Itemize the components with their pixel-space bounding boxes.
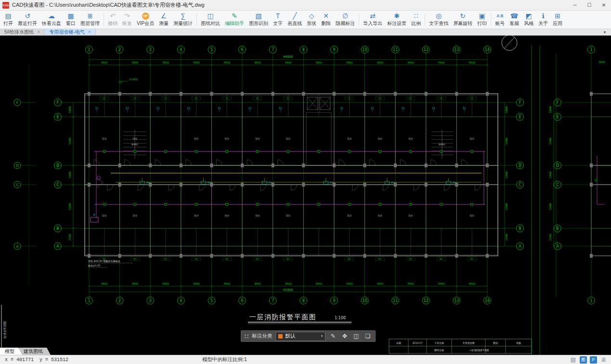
svg-text:C2: C2 — [256, 97, 259, 100]
window-icon: ▦ — [67, 12, 74, 20]
text-search-icon: ◎ — [436, 12, 442, 20]
svg-text:宿舍: 宿舍 — [286, 137, 291, 140]
measure-stats-button[interactable]: ∑测量统计 — [171, 11, 195, 28]
svg-text:M1: M1 — [225, 258, 229, 260]
measure-button[interactable]: ∠测量 — [156, 11, 171, 28]
cad-drawing[interactable]: 11223344556677889910101111121213131414FF… — [0, 36, 611, 355]
image-export-icon[interactable]: 图 — [580, 356, 587, 364]
svg-text:1: 1 — [590, 48, 592, 52]
svg-text:M1: M1 — [195, 258, 198, 260]
svg-text:S: S — [257, 151, 259, 153]
text-search-label: 文字查找 — [429, 20, 448, 27]
svg-text:宿舍: 宿舍 — [194, 214, 199, 217]
more-tools-icon[interactable]: ≣ — [600, 356, 607, 364]
tab-close-icon[interactable]: ✕ — [88, 30, 91, 34]
svg-text:宿舍: 宿舍 — [102, 214, 107, 217]
svg-text:5400: 5400 — [68, 138, 71, 144]
svg-text:S: S — [287, 203, 289, 206]
layer-manage-label: 图层管理 — [80, 20, 100, 27]
vip-button[interactable]: VIPVIP会员 — [134, 11, 156, 28]
svg-text:E: E — [56, 115, 59, 119]
close-button[interactable]: ✕ — [597, 0, 611, 11]
svg-text:S: S — [410, 203, 412, 206]
svg-text:C2: C2 — [164, 97, 167, 100]
style-button[interactable]: ◩风格 — [521, 11, 536, 28]
apps-button[interactable]: ⊞应用 — [550, 11, 565, 28]
support-icon: ☎ — [510, 12, 518, 20]
edit-assistant-button[interactable]: ✎编辑助手 — [222, 11, 247, 28]
svg-text:宿舍: 宿舍 — [224, 214, 229, 217]
scale-button[interactable]: ∷比例 — [409, 11, 423, 28]
doc-tab-1[interactable]: 专用宿舍楼-电气✕ — [45, 29, 96, 35]
support-button[interactable]: ☎客服 — [507, 11, 521, 28]
svg-text:E: E — [556, 115, 559, 119]
svg-text:FH: FH — [330, 181, 334, 184]
recent-open-button[interactable]: ↺最近打开 — [15, 11, 39, 28]
undo-button[interactable]: ↶撤销 — [105, 11, 120, 28]
svg-text:2100: 2100 — [505, 234, 508, 240]
maximize-button[interactable]: ☐ — [582, 0, 597, 11]
svg-text:C: C — [16, 183, 18, 187]
hide-annotation-button[interactable]: ∅隐藏标注 — [333, 11, 357, 28]
svg-text:宿舍: 宿舍 — [469, 137, 474, 140]
svg-text:一层消防报警平面图: 一层消防报警平面图 — [469, 349, 489, 352]
annotation-grid-icon[interactable]: ∷ — [245, 333, 248, 340]
vip-label: VIP会员 — [137, 20, 154, 27]
delete-button[interactable]: ✕删除 — [319, 11, 333, 28]
pdf-export-icon[interactable]: P — [590, 356, 597, 364]
move-annotation-button[interactable]: ✥ — [340, 333, 349, 339]
svg-text:宿舍: 宿舍 — [347, 214, 352, 217]
tab-close-icon[interactable]: ✕ — [37, 30, 40, 34]
svg-text:FH: FH — [208, 181, 211, 184]
sheet-compare-button[interactable]: ◫图纸对比 — [198, 11, 222, 28]
svg-text:S: S — [318, 203, 320, 206]
doc-tab-0[interactable]: 5#给排水图纸✕ — [0, 29, 45, 35]
screen-rotate-button[interactable]: ↻屏幕旋转 — [451, 11, 475, 28]
doc-tabbar: 5#给排水图纸✕专用宿舍楼-电气✕▼ — [0, 29, 611, 36]
redo-button[interactable]: ↷恢复 — [120, 11, 134, 28]
svg-text:A: A — [56, 244, 59, 249]
tab-model[interactable]: 模型 — [0, 348, 22, 355]
svg-text:9: 9 — [333, 299, 335, 303]
shape-recognition-label: 图形识别 — [249, 20, 268, 27]
window-button[interactable]: ▦窗口 — [64, 11, 78, 28]
open-label: 打开 — [3, 20, 13, 27]
layer-manage-button[interactable]: ≣图层管理 — [78, 11, 102, 28]
tab-arch-sheets[interactable]: 建筑图纸 — [19, 348, 51, 355]
text-search-button[interactable]: ◎文字查找 — [427, 11, 451, 28]
minimize-button[interactable]: ─ — [568, 0, 582, 11]
import-export-button[interactable]: ⇄导入导出 — [361, 11, 385, 28]
text-button[interactable]: T文字 — [271, 11, 285, 28]
annotation-settings-button[interactable]: ✱标注设置 — [385, 11, 409, 28]
shape-recognition-button[interactable]: ▧图形识别 — [247, 11, 271, 28]
svg-text:C2: C2 — [287, 97, 290, 100]
svg-text:1: 1 — [88, 299, 90, 303]
open-button[interactable]: ▤打开 — [1, 11, 15, 28]
sheet-preview-icon[interactable]: ▤ — [570, 356, 577, 364]
print-button[interactable]: ▣打印 — [475, 11, 489, 28]
about-button[interactable]: ℹ关于 — [536, 11, 550, 28]
svg-text:2400: 2400 — [68, 172, 71, 178]
app-logo-icon: CAD — [2, 2, 9, 9]
svg-text:3600: 3600 — [254, 61, 261, 64]
tab-list-caret-icon[interactable]: ▼ — [603, 30, 607, 35]
account-button[interactable]: A:8账号 — [493, 11, 507, 28]
drawing-canvas[interactable]: 11223344556677889910101111121213131414FF… — [0, 36, 611, 355]
annotation-category-select[interactable]: 默认 ▾ — [275, 332, 325, 341]
svg-text:标高±0.00: 标高±0.00 — [88, 264, 100, 267]
draw-line-button[interactable]: ╱画直线 — [285, 11, 304, 28]
svg-text:S: S — [104, 151, 105, 153]
edit-annotation-button[interactable]: ✎ — [329, 333, 337, 339]
shapes-button[interactable]: ◇形状 — [304, 11, 319, 28]
svg-text:11: 11 — [393, 299, 398, 303]
recent-open-label: 最近打开 — [18, 20, 37, 27]
svg-text:A: A — [16, 244, 19, 249]
annotation-list-button[interactable]: ❏ — [364, 333, 372, 339]
print-icon: ▣ — [479, 12, 485, 20]
svg-text:13: 13 — [454, 299, 459, 303]
copy-annotation-button[interactable]: ◫ — [352, 333, 360, 339]
cloud-disk-button[interactable]: ☁快看云盘 — [39, 11, 64, 28]
svg-text:2014.07: 2014.07 — [413, 341, 423, 344]
svg-text:1: 1 — [590, 299, 592, 303]
svg-text:4: 4 — [180, 48, 182, 52]
